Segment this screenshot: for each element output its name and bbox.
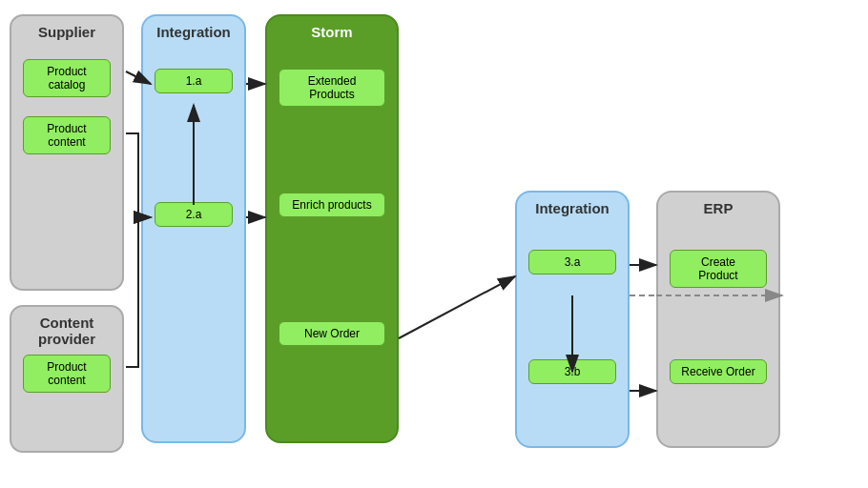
diagram-container: Supplier Product catalog Product content… (0, 0, 868, 488)
supplier-box-product-content: Product content (23, 116, 111, 154)
integration-left-title: Integration (156, 24, 231, 40)
erp-title: ERP (704, 200, 734, 216)
supplier-title: Supplier (38, 24, 95, 40)
storm-box-new-order: New Order (279, 321, 385, 346)
content-provider-panel: Content provider Product content (10, 305, 124, 453)
content-provider-title: Content provider (11, 315, 122, 347)
storm-title: Storm (311, 24, 352, 40)
integration-left-box-1a: 1.a (155, 69, 233, 93)
integration-left-panel: Integration 1.a 2.a (141, 14, 246, 443)
erp-panel: ERP Create Product Receive Order (656, 191, 780, 448)
arrow-new-order-to-3a (399, 276, 515, 338)
integration-right-panel: Integration 3.a 3.b (515, 191, 630, 448)
content-provider-box: Product content (23, 355, 111, 393)
storm-box-enrich-products: Enrich products (279, 193, 385, 217)
integration-right-title: Integration (535, 200, 610, 216)
supplier-panel: Supplier Product catalog Product content (10, 14, 124, 291)
integration-left-box-2a: 2.a (155, 202, 233, 227)
storm-panel: Storm Extended Products Enrich products … (265, 14, 399, 443)
erp-box-receive-order: Receive Order (670, 359, 767, 384)
integration-right-box-3a: 3.a (528, 250, 616, 274)
supplier-box-product-catalog: Product catalog (23, 59, 111, 97)
storm-box-extended-products: Extended Products (279, 69, 385, 107)
integration-right-box-3b: 3.b (528, 359, 616, 384)
erp-box-create-product: Create Product (670, 250, 767, 288)
